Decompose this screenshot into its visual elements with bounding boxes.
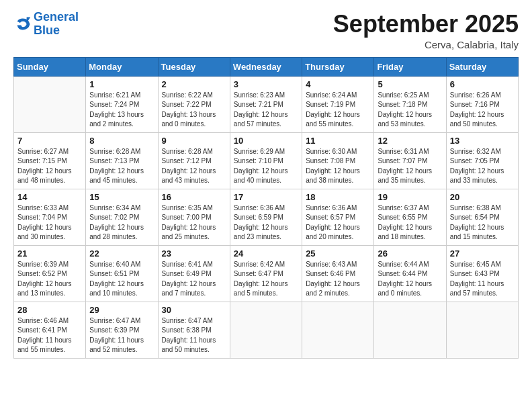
day-header-saturday: Saturday [446,57,518,76]
day-number: 10 [234,136,298,146]
calendar-header-row: SundayMondayTuesdayWednesdayThursdayFrid… [14,57,519,76]
calendar-cell: 13Sunrise: 6:32 AM Sunset: 7:05 PM Dayli… [446,132,518,189]
calendar-cell: 30Sunrise: 6:47 AM Sunset: 6:38 PM Dayli… [158,302,230,358]
day-number: 21 [17,248,82,259]
day-info: Sunrise: 6:39 AM Sunset: 6:52 PM Dayligh… [17,260,82,299]
week-row-1: 7Sunrise: 6:27 AM Sunset: 7:15 PM Daylig… [14,132,519,189]
calendar-cell: 14Sunrise: 6:33 AM Sunset: 7:04 PM Dayli… [14,189,86,245]
day-info: Sunrise: 6:31 AM Sunset: 7:07 PM Dayligh… [378,147,442,186]
calendar-cell [374,302,446,358]
day-info: Sunrise: 6:35 AM Sunset: 7:00 PM Dayligh… [162,203,226,242]
calendar-cell: 9Sunrise: 6:28 AM Sunset: 7:12 PM Daylig… [158,132,230,189]
day-number: 28 [17,305,82,315]
week-row-4: 28Sunrise: 6:46 AM Sunset: 6:41 PM Dayli… [14,302,519,358]
day-info: Sunrise: 6:26 AM Sunset: 7:16 PM Dayligh… [450,91,515,130]
day-info: Sunrise: 6:28 AM Sunset: 7:12 PM Dayligh… [162,147,226,186]
day-number: 29 [89,305,154,315]
day-info: Sunrise: 6:21 AM Sunset: 7:24 PM Dayligh… [89,91,154,130]
day-number: 2 [162,79,226,89]
day-number: 22 [89,248,154,259]
day-info: Sunrise: 6:33 AM Sunset: 7:04 PM Dayligh… [17,203,82,242]
logo-icon [13,15,32,34]
calendar-cell: 22Sunrise: 6:40 AM Sunset: 6:51 PM Dayli… [86,245,158,302]
calendar-cell: 29Sunrise: 6:47 AM Sunset: 6:39 PM Dayli… [86,302,158,358]
day-number: 11 [306,136,370,146]
calendar-cell: 27Sunrise: 6:45 AM Sunset: 6:43 PM Dayli… [446,245,518,302]
day-number: 16 [162,192,226,202]
day-info: Sunrise: 6:23 AM Sunset: 7:21 PM Dayligh… [234,91,298,130]
day-number: 30 [162,305,226,315]
location: Cerva, Calabria, Italy [333,39,519,50]
day-number: 23 [162,248,226,259]
week-row-2: 14Sunrise: 6:33 AM Sunset: 7:04 PM Dayli… [14,189,519,245]
title-block: September 2025 Cerva, Calabria, Italy [333,11,519,50]
header: General Blue September 2025 Cerva, Calab… [13,11,519,50]
calendar-cell: 4Sunrise: 6:24 AM Sunset: 7:19 PM Daylig… [302,76,374,132]
day-header-thursday: Thursday [302,57,374,76]
day-number: 14 [17,192,82,202]
day-info: Sunrise: 6:40 AM Sunset: 6:51 PM Dayligh… [89,260,154,299]
day-info: Sunrise: 6:38 AM Sunset: 6:54 PM Dayligh… [450,203,515,242]
day-number: 9 [162,136,226,146]
calendar-cell: 6Sunrise: 6:26 AM Sunset: 7:16 PM Daylig… [446,76,518,132]
calendar-cell: 7Sunrise: 6:27 AM Sunset: 7:15 PM Daylig… [14,132,86,189]
calendar-cell: 11Sunrise: 6:30 AM Sunset: 7:08 PM Dayli… [302,132,374,189]
month-title: September 2025 [333,11,519,38]
day-number: 3 [234,79,298,89]
calendar-cell: 2Sunrise: 6:22 AM Sunset: 7:22 PM Daylig… [158,76,230,132]
calendar-cell: 16Sunrise: 6:35 AM Sunset: 7:00 PM Dayli… [158,189,230,245]
calendar-cell: 17Sunrise: 6:36 AM Sunset: 6:59 PM Dayli… [230,189,302,245]
day-info: Sunrise: 6:45 AM Sunset: 6:43 PM Dayligh… [450,260,515,299]
day-info: Sunrise: 6:47 AM Sunset: 6:39 PM Dayligh… [89,316,154,355]
day-number: 26 [378,248,442,259]
day-number: 17 [234,192,298,202]
day-number: 6 [450,79,515,89]
day-info: Sunrise: 6:42 AM Sunset: 6:47 PM Dayligh… [234,260,298,299]
day-number: 15 [89,192,154,202]
day-number: 8 [89,136,154,146]
day-info: Sunrise: 6:47 AM Sunset: 6:38 PM Dayligh… [162,316,226,355]
calendar-cell [14,76,86,132]
day-info: Sunrise: 6:29 AM Sunset: 7:10 PM Dayligh… [234,147,298,186]
day-number: 19 [378,192,442,202]
day-info: Sunrise: 6:36 AM Sunset: 6:57 PM Dayligh… [306,203,370,242]
page: General Blue September 2025 Cerva, Calab… [0,0,532,411]
calendar-cell: 24Sunrise: 6:42 AM Sunset: 6:47 PM Dayli… [230,245,302,302]
day-info: Sunrise: 6:37 AM Sunset: 6:55 PM Dayligh… [378,203,442,242]
week-row-3: 21Sunrise: 6:39 AM Sunset: 6:52 PM Dayli… [14,245,519,302]
day-number: 5 [378,79,442,89]
day-header-tuesday: Tuesday [158,57,230,76]
day-number: 13 [450,136,515,146]
day-header-monday: Monday [86,57,158,76]
calendar-cell: 21Sunrise: 6:39 AM Sunset: 6:52 PM Dayli… [14,245,86,302]
day-info: Sunrise: 6:24 AM Sunset: 7:19 PM Dayligh… [306,91,370,130]
day-number: 20 [450,192,515,202]
calendar-cell [230,302,302,358]
day-header-friday: Friday [374,57,446,76]
day-number: 4 [306,79,370,89]
calendar-cell [302,302,374,358]
day-info: Sunrise: 6:46 AM Sunset: 6:41 PM Dayligh… [17,316,82,355]
calendar-cell [446,302,518,358]
calendar-cell: 28Sunrise: 6:46 AM Sunset: 6:41 PM Dayli… [14,302,86,358]
calendar-cell: 25Sunrise: 6:43 AM Sunset: 6:46 PM Dayli… [302,245,374,302]
logo-blue: Blue [34,24,60,37]
day-number: 27 [450,248,515,259]
day-number: 18 [306,192,370,202]
day-header-sunday: Sunday [14,57,86,76]
day-info: Sunrise: 6:22 AM Sunset: 7:22 PM Dayligh… [162,91,226,130]
calendar-cell: 26Sunrise: 6:44 AM Sunset: 6:44 PM Dayli… [374,245,446,302]
logo: General Blue [13,11,79,38]
day-info: Sunrise: 6:28 AM Sunset: 7:13 PM Dayligh… [89,147,154,186]
calendar-cell: 18Sunrise: 6:36 AM Sunset: 6:57 PM Dayli… [302,189,374,245]
day-number: 25 [306,248,370,259]
calendar-cell: 10Sunrise: 6:29 AM Sunset: 7:10 PM Dayli… [230,132,302,189]
day-info: Sunrise: 6:36 AM Sunset: 6:59 PM Dayligh… [234,203,298,242]
day-info: Sunrise: 6:34 AM Sunset: 7:02 PM Dayligh… [89,203,154,242]
calendar-cell: 1Sunrise: 6:21 AM Sunset: 7:24 PM Daylig… [86,76,158,132]
calendar-cell: 8Sunrise: 6:28 AM Sunset: 7:13 PM Daylig… [86,132,158,189]
day-info: Sunrise: 6:30 AM Sunset: 7:08 PM Dayligh… [306,147,370,186]
calendar-cell: 23Sunrise: 6:41 AM Sunset: 6:49 PM Dayli… [158,245,230,302]
day-info: Sunrise: 6:32 AM Sunset: 7:05 PM Dayligh… [450,147,515,186]
day-number: 7 [17,136,82,146]
